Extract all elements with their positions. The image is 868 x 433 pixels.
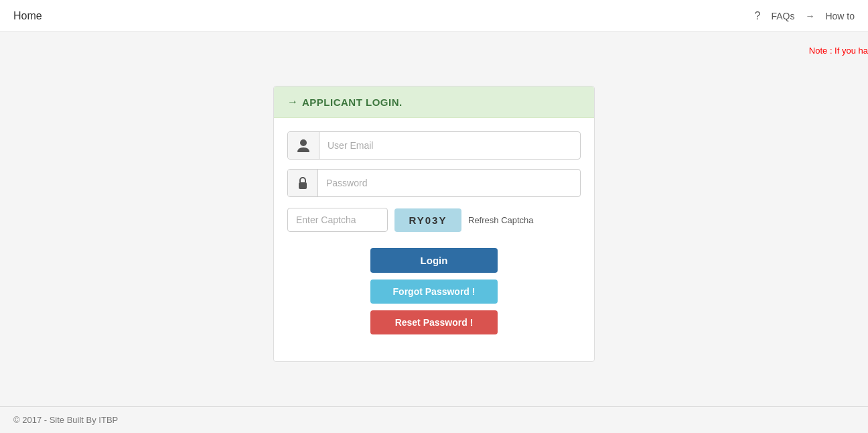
refresh-captcha-link[interactable]: Refresh Captcha	[468, 215, 534, 225]
howto-icon: →	[805, 11, 814, 21]
user-icon	[288, 132, 319, 159]
login-header: → APPLICANT LOGIN.	[274, 86, 594, 118]
main-content: Note : If you ha → APPLICANT LOGIN.	[0, 32, 868, 406]
navbar-right: ? FAQs → How to	[755, 10, 855, 22]
forgot-password-button[interactable]: Forgot Password !	[370, 280, 498, 304]
password-field[interactable]	[318, 171, 580, 195]
email-input-group	[287, 131, 581, 160]
login-button[interactable]: Login	[370, 248, 498, 273]
footer-copyright: © 2017 - Site Built By ITBP	[13, 415, 118, 425]
login-header-title: APPLICANT LOGIN.	[302, 97, 403, 108]
btn-row: Login Forgot Password ! Reset Password !	[287, 248, 581, 334]
login-card: → APPLICANT LOGIN.	[273, 86, 595, 362]
captcha-display: RY03Y	[394, 208, 461, 232]
navbar: Home ? FAQs → How to	[0, 0, 868, 32]
navbar-brand[interactable]: Home	[13, 10, 42, 22]
svg-rect-1	[299, 182, 307, 189]
footer: © 2017 - Site Built By ITBP	[0, 406, 868, 433]
captcha-input[interactable]	[287, 208, 388, 232]
howto-link[interactable]: How to	[825, 11, 855, 21]
lock-icon	[288, 170, 318, 196]
faqs-link[interactable]: FAQs	[771, 11, 794, 21]
login-body: RY03Y Refresh Captcha Login Forgot Passw…	[274, 118, 594, 341]
note-text: Note : If you ha	[809, 46, 868, 56]
reset-password-button[interactable]: Reset Password !	[370, 310, 498, 334]
howto-label: How to	[825, 11, 855, 21]
captcha-row: RY03Y Refresh Captcha	[287, 208, 581, 232]
svg-point-0	[300, 139, 307, 146]
email-field[interactable]	[319, 133, 580, 158]
faqs-label: FAQs	[771, 11, 794, 21]
login-header-icon: →	[287, 96, 298, 108]
faq-icon: ?	[755, 10, 761, 22]
password-input-group	[287, 169, 581, 197]
